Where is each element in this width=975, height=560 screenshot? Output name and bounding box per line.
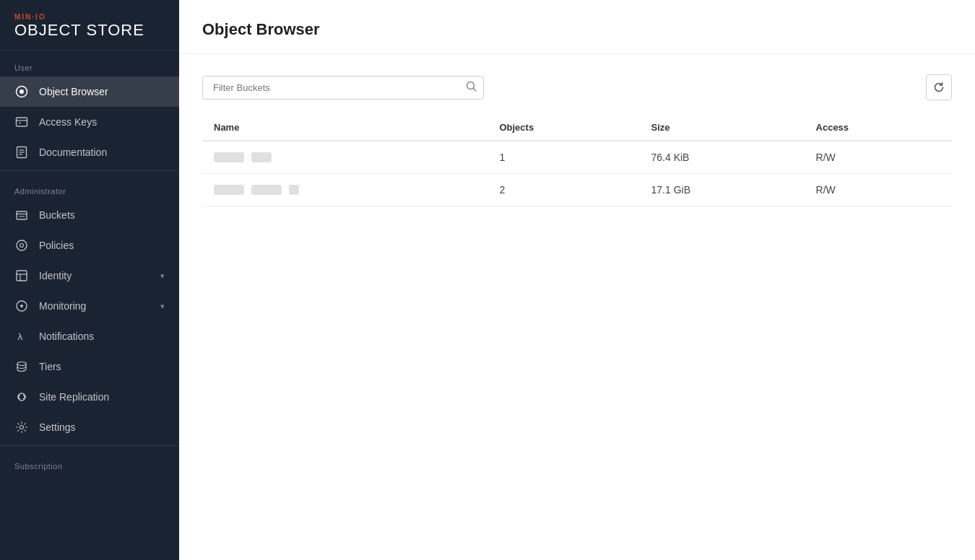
page-header: Object Browser bbox=[179, 0, 975, 54]
sidebar-item-site-replication[interactable]: Site Replication bbox=[0, 382, 179, 412]
buckets-table: Name Objects Size Access 1 76.4 KiB bbox=[202, 115, 952, 206]
sidebar-item-label: Buckets bbox=[39, 209, 75, 221]
sidebar-item-object-browser[interactable]: Object Browser bbox=[0, 76, 179, 107]
svg-point-20 bbox=[17, 362, 26, 366]
bucket-size-1: 76.4 KiB bbox=[640, 141, 805, 174]
sidebar-item-access-keys[interactable]: Access Keys bbox=[0, 107, 179, 137]
monitoring-icon bbox=[14, 299, 29, 313]
documentation-icon bbox=[14, 145, 29, 159]
page-title: Object Browser bbox=[202, 20, 952, 39]
sidebar-item-label: Documentation bbox=[39, 146, 107, 158]
col-access: Access bbox=[805, 115, 952, 141]
search-icon bbox=[466, 81, 477, 94]
refresh-button[interactable] bbox=[926, 74, 952, 100]
svg-text:λ: λ bbox=[17, 331, 23, 342]
svg-point-13 bbox=[20, 244, 24, 248]
admin-section-label: Administrator bbox=[0, 174, 179, 200]
monitoring-chevron-icon: ▾ bbox=[160, 302, 165, 311]
sidebar-item-buckets[interactable]: Buckets bbox=[0, 200, 179, 230]
brand-logo: MIN·IO bbox=[14, 13, 165, 21]
col-name: Name bbox=[202, 115, 488, 141]
svg-point-21 bbox=[20, 426, 24, 429]
sidebar-divider-subscription bbox=[0, 445, 179, 446]
sidebar-item-tiers[interactable]: Tiers bbox=[0, 351, 179, 382]
sidebar-item-label: Policies bbox=[39, 240, 74, 251]
col-objects: Objects bbox=[488, 115, 639, 141]
filter-input-wrap bbox=[202, 76, 484, 100]
bucket-objects-1: 1 bbox=[488, 141, 639, 174]
title-bold: OBJECT bbox=[14, 21, 81, 39]
title-light: STORE bbox=[81, 21, 144, 39]
sidebar-divider-admin bbox=[0, 170, 179, 171]
table-body: 1 76.4 KiB R/W 2 17.1 GiB R/W bbox=[202, 141, 952, 206]
sidebar-item-identity[interactable]: Identity ▾ bbox=[0, 261, 179, 291]
sidebar-item-label: Identity bbox=[39, 270, 72, 281]
bucket-access-2: R/W bbox=[805, 174, 952, 206]
sidebar-item-label: Monitoring bbox=[39, 300, 86, 312]
main-content-area: Object Browser bbox=[179, 0, 975, 560]
bucket-objects-2: 2 bbox=[488, 174, 639, 206]
sidebar: MIN·IO OBJECT STORE User Object Browser … bbox=[0, 0, 179, 560]
buckets-icon bbox=[14, 208, 29, 222]
table-row[interactable]: 1 76.4 KiB R/W bbox=[202, 141, 952, 174]
col-size: Size bbox=[640, 115, 805, 141]
sidebar-item-settings[interactable]: Settings bbox=[0, 412, 179, 442]
sidebar-item-monitoring[interactable]: Monitoring ▾ bbox=[0, 291, 179, 321]
svg-point-1 bbox=[20, 89, 24, 94]
identity-icon bbox=[14, 268, 29, 283]
object-browser-icon bbox=[14, 84, 29, 99]
svg-rect-14 bbox=[17, 271, 27, 281]
svg-point-18 bbox=[20, 305, 23, 307]
svg-point-12 bbox=[17, 240, 27, 250]
sidebar-item-label: Access Keys bbox=[39, 116, 97, 128]
logo: MIN·IO OBJECT STORE bbox=[0, 0, 179, 51]
tiers-icon bbox=[14, 359, 29, 374]
svg-rect-2 bbox=[17, 118, 27, 126]
filter-buckets-input[interactable] bbox=[202, 76, 484, 100]
app-title: OBJECT STORE bbox=[14, 22, 165, 38]
user-section-label: User bbox=[0, 51, 179, 76]
bucket-access-1: R/W bbox=[805, 141, 952, 174]
bucket-name-cell-2 bbox=[202, 174, 488, 206]
access-keys-icon bbox=[14, 115, 29, 129]
svg-rect-9 bbox=[17, 211, 27, 219]
policies-icon bbox=[14, 238, 29, 253]
sidebar-item-label: Site Replication bbox=[39, 391, 109, 403]
settings-icon bbox=[14, 420, 29, 434]
subscription-section-label: Subscription bbox=[0, 449, 179, 475]
content-body: Name Objects Size Access 1 76.4 KiB bbox=[179, 54, 975, 560]
identity-chevron-icon: ▾ bbox=[160, 271, 165, 281]
bucket-size-2: 17.1 GiB bbox=[640, 174, 805, 206]
sidebar-item-label: Settings bbox=[39, 421, 76, 433]
svg-line-23 bbox=[474, 89, 477, 92]
sidebar-item-label: Object Browser bbox=[39, 86, 108, 97]
table-row[interactable]: 2 17.1 GiB R/W bbox=[202, 174, 952, 206]
sidebar-item-label: Tiers bbox=[39, 361, 61, 372]
sidebar-item-notifications[interactable]: λ Notifications bbox=[0, 321, 179, 351]
sidebar-item-documentation[interactable]: Documentation bbox=[0, 137, 179, 167]
bucket-name-cell-1 bbox=[202, 141, 488, 174]
toolbar bbox=[202, 74, 952, 100]
notifications-icon: λ bbox=[14, 329, 29, 344]
sidebar-item-label: Notifications bbox=[39, 331, 94, 342]
site-replication-icon bbox=[14, 390, 29, 404]
table-header: Name Objects Size Access bbox=[202, 115, 952, 141]
sidebar-item-policies[interactable]: Policies bbox=[0, 230, 179, 261]
